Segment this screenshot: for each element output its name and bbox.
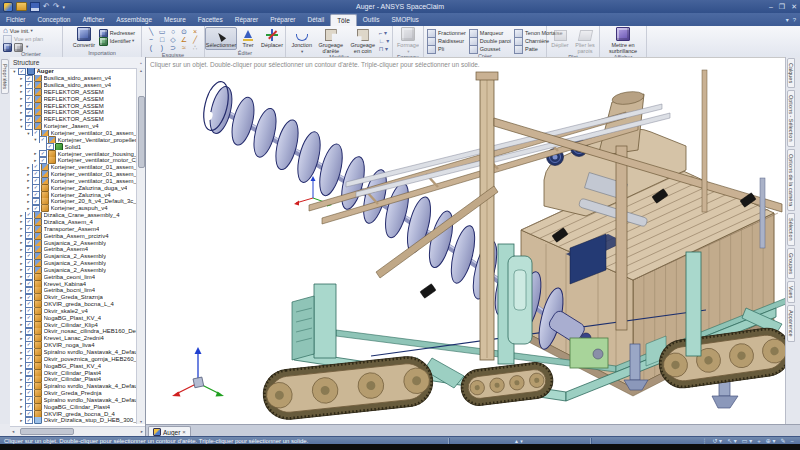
- visibility-checkbox[interactable]: ✓: [25, 410, 33, 417]
- sketch-tool-icon[interactable]: ▭: [157, 28, 168, 36]
- tree-item[interactable]: ▸✓Kortejner_20_ft_v4_Default_3c_As_Mac: [10, 198, 137, 205]
- scroll-thumb-h[interactable]: [20, 428, 74, 435]
- visibility-checkbox[interactable]: ✓: [25, 314, 33, 321]
- ribbon-tab-fichier[interactable]: Fichier: [0, 14, 32, 26]
- expand-arrow-icon[interactable]: ▸: [19, 288, 24, 293]
- tree-item[interactable]: ▸✓Spiralno svrdlo_Nastavak_4_Default_3c_…: [10, 383, 137, 390]
- tree-item[interactable]: ▸✓Krevet_Lanac_2redni4: [10, 335, 137, 342]
- expand-arrow-icon[interactable]: ▸: [19, 363, 24, 368]
- expand-arrow-icon[interactable]: ▸: [19, 96, 24, 101]
- tree-item[interactable]: ▸✓Kortejner_ventilator_01_assem_v4: [10, 178, 137, 185]
- ribbon-tab-conception[interactable]: Conception: [32, 14, 77, 26]
- sketch-tool-icon[interactable]: ∴: [190, 44, 201, 52]
- expand-arrow-icon[interactable]: ▾: [33, 137, 38, 142]
- tree-item[interactable]: ▸✓Getriba_ceoni_lim4: [10, 273, 137, 280]
- tree-item[interactable]: ▾✓Kortejner_Jasem_v4: [10, 123, 137, 130]
- tree-item[interactable]: ▸✓Busilica_sidro_assem_v4: [10, 82, 137, 89]
- expand-arrow-icon[interactable]: ▸: [19, 76, 24, 81]
- tree-item[interactable]: ▸✓REFLEKTOR_ASSEM: [10, 116, 137, 123]
- expand-arrow-icon[interactable]: ▸: [19, 103, 24, 108]
- ribbon-tab-smoplus[interactable]: SMOPlus: [385, 14, 424, 26]
- help-icon[interactable]: ▾: [786, 16, 789, 23]
- scroll-thumb[interactable]: [138, 96, 145, 168]
- grugeage-coin-button[interactable]: Grugeage en coin: [347, 27, 379, 54]
- expand-arrow-icon[interactable]: ▸: [19, 267, 24, 272]
- expand-arrow-icon[interactable]: ▸: [19, 336, 24, 341]
- maximize-button[interactable]: ❐: [779, 0, 785, 13]
- expand-arrow-icon[interactable]: ▸: [33, 158, 38, 163]
- ribbon-tab-facettes[interactable]: Facettes: [192, 14, 229, 26]
- visibility-checkbox[interactable]: ✓: [25, 212, 33, 219]
- tree-item[interactable]: ▸✓Okvir_skale2_v4: [10, 308, 137, 315]
- tree-item[interactable]: ▸✓REFLEKTOR_ASSEM: [10, 109, 137, 116]
- expand-arrow-icon[interactable]: ▸: [19, 89, 24, 94]
- visibility-checkbox[interactable]: ✓: [32, 184, 40, 191]
- visibility-checkbox[interactable]: ✓: [25, 287, 33, 294]
- visibility-checkbox[interactable]: ✓: [32, 178, 40, 185]
- plier-parois-button[interactable]: Plier les parois: [572, 27, 598, 54]
- 3d-viewport[interactable]: Cliquer sur un objet. Double-cliquer pou…: [146, 57, 786, 425]
- tree-item[interactable]: ▸✓Kortejner_ventilator_01_assem_v4: [10, 171, 137, 178]
- document-tab-close-icon[interactable]: ×: [182, 429, 186, 435]
- expand-arrow-icon[interactable]: ▸: [19, 226, 24, 231]
- expand-arrow-icon[interactable]: ▸: [19, 213, 24, 218]
- pin-icon[interactable]: ▪: [140, 60, 142, 66]
- sketch-tool-icon[interactable]: (: [146, 44, 157, 52]
- visibility-checkbox[interactable]: ✓: [25, 403, 33, 410]
- expand-arrow-icon[interactable]: ▸: [19, 315, 24, 320]
- visibility-checkbox[interactable]: ✓: [25, 308, 33, 315]
- visibility-checkbox[interactable]: ✓: [25, 301, 33, 308]
- expand-arrow-icon[interactable]: ▸: [19, 240, 24, 245]
- expand-arrow-icon[interactable]: ▸: [26, 172, 31, 177]
- visibility-checkbox[interactable]: ✓: [25, 273, 33, 280]
- expand-arrow-icon[interactable]: ▸: [26, 206, 31, 211]
- expand-arrow-icon[interactable]: ▸: [19, 356, 24, 361]
- visibility-checkbox[interactable]: ✓: [25, 123, 33, 130]
- minimize-button[interactable]: –: [769, 0, 773, 13]
- side-tab-options-s-lection[interactable]: Options - Sélection: [787, 90, 795, 146]
- side-tab-calques[interactable]: Calques: [787, 58, 795, 88]
- tree-item[interactable]: ▾✓Kortejner_ventilator_01_assem_v4: [10, 130, 137, 137]
- expand-arrow-icon[interactable]: ▾: [19, 124, 24, 129]
- tree-item[interactable]: ▸✓Kortejner_Zaluzina_duga_v4: [10, 184, 137, 191]
- tree-item[interactable]: ▸✓Gusjanica_2_Assembly: [10, 260, 137, 267]
- formage-button[interactable]: Formage▾: [395, 27, 421, 54]
- expand-arrow-icon[interactable]: ▸: [26, 199, 31, 204]
- tree-item[interactable]: ▾✓Kortejner_Ventilator_propeller_v4: [10, 136, 137, 143]
- tree-item[interactable]: ▸✓NogaBG_Plast_KV_4: [10, 362, 137, 369]
- expand-arrow-icon[interactable]: ▾: [12, 69, 17, 74]
- visibility-checkbox[interactable]: ✓: [25, 328, 33, 335]
- tree-item[interactable]: ▸✓Okvir_Cilindar_Klip4: [10, 321, 137, 328]
- expand-arrow-icon[interactable]: ▸: [19, 377, 24, 382]
- expand-arrow-icon[interactable]: ▸: [26, 178, 31, 183]
- expand-arrow-icon[interactable]: ▸: [26, 165, 31, 170]
- expand-arrow-icon[interactable]: ▸: [19, 329, 24, 334]
- visibility-checkbox[interactable]: ✓: [32, 198, 40, 205]
- visibility-checkbox[interactable]: ✓: [25, 232, 33, 239]
- sketch-tool-icon[interactable]: ╱: [190, 36, 201, 44]
- tree-item[interactable]: ▸✓Okvir_poveznica_gornja_HEB260_HE260B: [10, 355, 137, 362]
- tree-item[interactable]: ✓Solid1: [10, 143, 137, 150]
- vue-en-plan-button[interactable]: Vue en plan: [3, 35, 43, 43]
- visibility-checkbox[interactable]: ✓: [25, 280, 33, 287]
- visibility-checkbox[interactable]: ✓: [25, 253, 33, 260]
- visibility-checkbox[interactable]: ✓: [25, 362, 33, 369]
- visibility-checkbox[interactable]: ✓: [25, 335, 33, 342]
- visibility-checkbox[interactable]: ✓: [25, 355, 33, 362]
- sketch-tool-icon[interactable]: ≈: [179, 44, 190, 52]
- tree-item[interactable]: ▸✓OKVIR_greda_bocna_L_4: [10, 301, 137, 308]
- convertir-button[interactable]: Convertir: [69, 27, 99, 50]
- side-tab-s-lection[interactable]: Sélection: [787, 213, 795, 246]
- expand-arrow-icon[interactable]: ▸: [19, 370, 24, 375]
- visibility-checkbox[interactable]: ✓: [25, 89, 33, 96]
- tree-item[interactable]: ▸✓Getriba_Assem4: [10, 246, 137, 253]
- properties-panel-tab[interactable]: Propriétés: [1, 59, 9, 94]
- tree-item[interactable]: ▸✓NogaBG_Cilindar_Plast4: [10, 403, 137, 410]
- visibility-checkbox[interactable]: ✓: [25, 82, 33, 89]
- expand-arrow-icon[interactable]: ▸: [19, 322, 24, 327]
- tree-item[interactable]: ▸✓Spiralno svrdlo_Nastavak_4_Default_3c_…: [10, 397, 137, 404]
- tree-item[interactable]: ▸✓Okvir_nosac_cilindra_HEB160_Default_3c: [10, 328, 137, 335]
- visibility-checkbox[interactable]: ✓: [39, 157, 47, 164]
- expand-arrow-icon[interactable]: ▸: [33, 151, 38, 156]
- expand-arrow-icon[interactable]: ▸: [19, 397, 24, 402]
